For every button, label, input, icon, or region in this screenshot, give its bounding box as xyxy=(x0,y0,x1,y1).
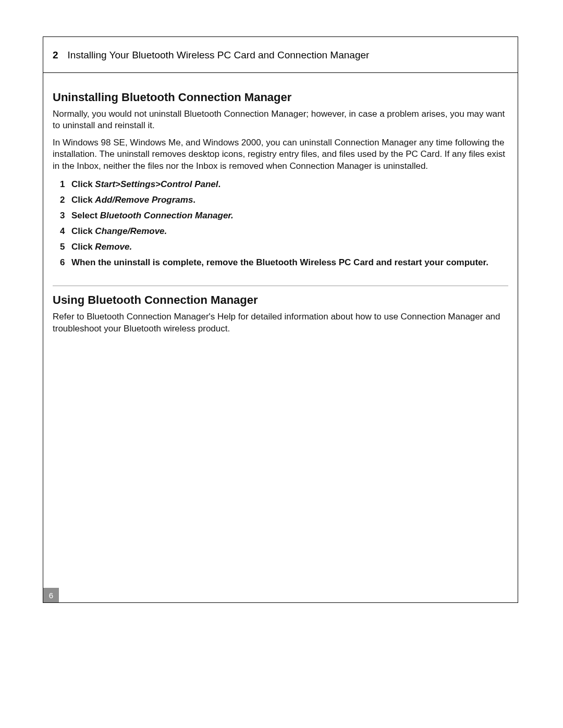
step-number: 3 xyxy=(60,211,71,221)
step-lead: Click xyxy=(71,226,95,236)
step-lead: Click xyxy=(71,179,95,189)
step-tail: . xyxy=(218,179,221,189)
step-lead: Click xyxy=(71,195,95,205)
step-command: Remove. xyxy=(95,242,132,252)
step-text: When the uninstall is complete, remove t… xyxy=(71,257,508,268)
section-heading-uninstall: Uninstalling Bluetooth Connection Manage… xyxy=(53,91,508,104)
step-item: 3 Select Bluetooth Connection Manager. xyxy=(53,208,508,224)
paragraph: In Windows 98 SE, Windows Me, and Window… xyxy=(53,137,508,172)
step-number: 4 xyxy=(60,226,71,237)
section-divider xyxy=(53,286,508,286)
page-content: Uninstalling Bluetooth Connection Manage… xyxy=(43,91,518,335)
chapter-header: 2 Installing Your Bluetooth Wireless PC … xyxy=(43,37,518,73)
step-command: Start>Settings>Control Panel xyxy=(95,179,218,189)
paragraph: Normally, you would not uninstall Blueto… xyxy=(53,108,508,132)
page-number: 6 xyxy=(43,588,59,602)
step-item: 4 Click Change/Remove. xyxy=(53,224,508,240)
step-tail: . xyxy=(193,195,195,205)
step-text: Click Remove. xyxy=(71,242,508,252)
step-text: Click Start>Settings>Control Panel. xyxy=(71,179,508,190)
step-item: 1 Click Start>Settings>Control Panel. xyxy=(53,177,508,193)
step-item: 2 Click Add/Remove Programs. xyxy=(53,193,508,208)
step-lead: When the uninstall is complete, remove t… xyxy=(71,257,488,267)
chapter-title: Installing Your Bluetooth Wireless PC Ca… xyxy=(68,50,370,61)
uninstall-steps: 1 Click Start>Settings>Control Panel. 2 … xyxy=(53,177,508,271)
section-heading-using: Using Bluetooth Connection Manager xyxy=(53,293,508,307)
step-command: Add/Remove Programs xyxy=(95,195,193,205)
step-lead: Click xyxy=(71,242,95,252)
step-command: Change/Remove. xyxy=(95,226,167,236)
step-number: 6 xyxy=(60,257,71,268)
step-command: Bluetooth Connection Manager. xyxy=(100,211,234,220)
step-item: 5 Click Remove. xyxy=(53,240,508,255)
paragraph: Refer to Bluetooth Connection Manager's … xyxy=(53,311,508,335)
step-number: 1 xyxy=(60,179,71,190)
step-text: Select Bluetooth Connection Manager. xyxy=(71,211,508,221)
step-number: 2 xyxy=(60,195,71,205)
step-number: 5 xyxy=(60,242,71,252)
step-text: Click Add/Remove Programs. xyxy=(71,195,508,205)
page-frame: 2 Installing Your Bluetooth Wireless PC … xyxy=(43,36,518,603)
chapter-number: 2 xyxy=(53,50,58,61)
step-lead: Select xyxy=(71,211,100,220)
step-item: 6 When the uninstall is complete, remove… xyxy=(53,255,508,271)
step-text: Click Change/Remove. xyxy=(71,226,508,237)
